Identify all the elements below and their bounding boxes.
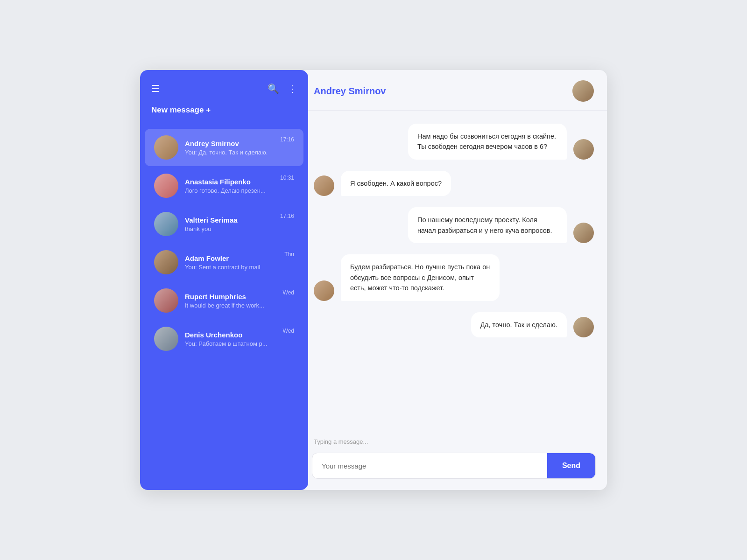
message-bubble: Да, точно. Так и сделаю. xyxy=(471,312,567,337)
sidebar: ☰ 🔍 ⋮ New message + Andrey Smirnov You: … xyxy=(140,70,308,490)
message-row: Да, точно. Так и сделаю. xyxy=(314,312,594,337)
contact-time: Wed xyxy=(283,289,294,296)
message-input-area: Send xyxy=(301,447,607,490)
contact-info: Andrey Smirnov You: Да, точно. Так и сде… xyxy=(185,140,276,156)
avatar xyxy=(154,250,178,274)
contact-list: Andrey Smirnov You: Да, точно. Так и сде… xyxy=(140,128,308,490)
contact-name: Valtteri Serimaa xyxy=(185,216,276,224)
contact-preview: You: Да, точно. Так и сделаю. xyxy=(185,149,276,156)
avatar xyxy=(154,288,178,313)
messages-area: Нам надо бы созвониться сегодня в скайпе… xyxy=(301,111,607,435)
avatar xyxy=(154,212,178,236)
contact-item[interactable]: Andrey Smirnov You: Да, точно. Так и сде… xyxy=(145,129,303,166)
message-avatar xyxy=(573,317,594,337)
contact-preview: You: Работаем в штатном р... xyxy=(185,340,279,347)
new-message-button[interactable]: New message + xyxy=(151,104,297,117)
message-avatar xyxy=(314,280,334,301)
contact-info: Rupert Humphries It would be great if th… xyxy=(185,293,279,309)
message-row: Будем разбираться. Но лучше пусть пока о… xyxy=(314,254,594,301)
hamburger-icon[interactable]: ☰ xyxy=(151,83,160,94)
message-avatar xyxy=(314,175,334,196)
contact-item[interactable]: Adam Fowler You: Sent a contract by mail… xyxy=(145,244,303,281)
avatar xyxy=(154,174,178,198)
contact-info: Anastasia Filipenko Лого готово. Делаю п… xyxy=(185,178,276,194)
contact-time: 10:31 xyxy=(280,175,294,181)
avatar xyxy=(154,135,178,160)
contact-time: Wed xyxy=(283,328,294,334)
contact-time: 17:16 xyxy=(280,213,294,219)
contact-preview: thank you xyxy=(185,225,276,232)
contact-name: Adam Fowler xyxy=(185,254,281,262)
input-row: Send xyxy=(312,453,596,479)
contact-preview: It would be great if the work... xyxy=(185,302,279,309)
message-bubble: Я свободен. А какой вопрос? xyxy=(341,171,451,196)
contact-name: Denis Urchenkoo xyxy=(185,331,279,339)
contact-name: Andrey Smirnov xyxy=(185,140,276,147)
chat-header: Andrey Smirnov xyxy=(301,70,607,111)
send-button[interactable]: Send xyxy=(547,453,595,478)
contact-item[interactable]: Valtteri Serimaa thank you 17:16 xyxy=(145,205,303,243)
typing-indicator: Typing a message... xyxy=(301,435,607,447)
message-row: Нам надо бы созвониться сегодня в скайпе… xyxy=(314,124,594,160)
chat-header-avatar xyxy=(572,80,594,102)
contact-name: Anastasia Filipenko xyxy=(185,178,276,186)
message-bubble: Будем разбираться. Но лучше пусть пока о… xyxy=(341,254,500,301)
contact-preview: You: Sent a contract by mail xyxy=(185,264,281,271)
message-avatar xyxy=(573,223,594,243)
contact-name: Rupert Humphries xyxy=(185,293,279,301)
contact-item[interactable]: Rupert Humphries It would be great if th… xyxy=(145,282,303,319)
message-bubble: По нашему последнему проекту. Коля начал… xyxy=(408,207,567,243)
message-bubble: Нам надо бы созвониться сегодня в скайпе… xyxy=(408,124,567,160)
contact-info: Adam Fowler You: Sent a contract by mail xyxy=(185,254,281,271)
message-avatar xyxy=(573,139,594,160)
avatar xyxy=(154,327,178,351)
chat-header-name: Andrey Smirnov xyxy=(314,86,386,97)
contact-item[interactable]: Denis Urchenkoo You: Работаем в штатном … xyxy=(145,320,303,357)
contact-info: Valtteri Serimaa thank you xyxy=(185,216,276,232)
message-input[interactable] xyxy=(312,454,547,478)
message-row: По нашему последнему проекту. Коля начал… xyxy=(314,207,594,243)
app-container: ☰ 🔍 ⋮ New message + Andrey Smirnov You: … xyxy=(140,70,607,490)
chat-panel: Andrey Smirnov Нам надо бы созвониться с… xyxy=(301,70,607,490)
contact-time: Thu xyxy=(284,251,294,258)
more-icon[interactable]: ⋮ xyxy=(288,83,297,94)
contact-preview: Лого готово. Делаю презен... xyxy=(185,187,276,194)
header-icon-group: 🔍 ⋮ xyxy=(268,83,297,94)
contact-time: 17:16 xyxy=(280,136,294,143)
contact-item[interactable]: Anastasia Filipenko Лого готово. Делаю п… xyxy=(145,167,303,204)
sidebar-header: ☰ 🔍 ⋮ xyxy=(140,70,308,104)
search-icon[interactable]: 🔍 xyxy=(268,83,279,94)
contact-info: Denis Urchenkoo You: Работаем в штатном … xyxy=(185,331,279,347)
message-row: Я свободен. А какой вопрос? xyxy=(314,171,594,196)
